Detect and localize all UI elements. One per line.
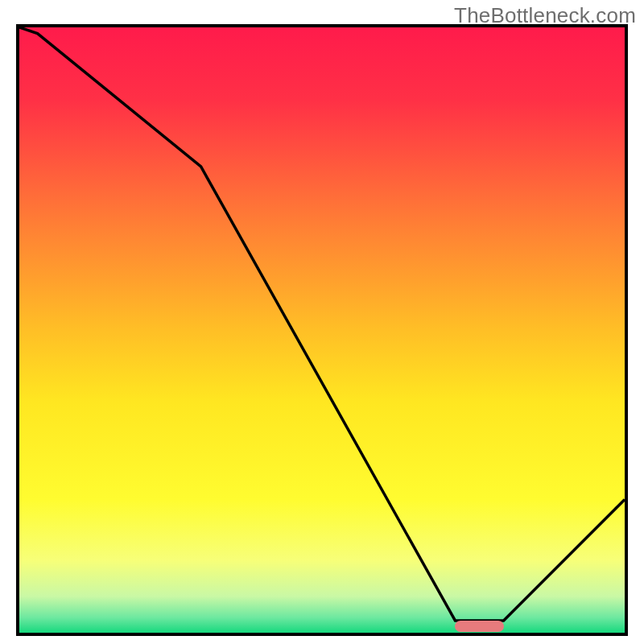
optimal-range-marker <box>455 621 503 632</box>
chart-container: TheBottleneck.com <box>0 0 644 644</box>
plot-area <box>16 24 628 636</box>
bottleneck-curve <box>19 27 625 633</box>
